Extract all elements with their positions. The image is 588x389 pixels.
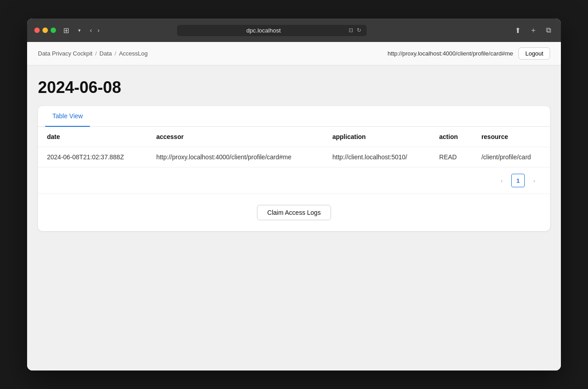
col-date: date <box>38 127 147 147</box>
traffic-lights <box>34 28 56 33</box>
main-card: Table View date accessor application act… <box>38 106 550 231</box>
back-button[interactable]: ‹ <box>88 25 94 36</box>
cell-date: 2024-06-08T21:02:37.888Z <box>38 147 147 167</box>
table-header: date accessor application action resourc… <box>38 127 550 147</box>
cell-action: READ <box>430 147 472 167</box>
top-nav: Data Privacy Cockpit / Data / AccessLog … <box>27 42 561 65</box>
page-1-button[interactable]: 1 <box>511 174 525 187</box>
tabs: Table View <box>38 106 550 127</box>
refresh-icon[interactable]: ↻ <box>357 27 361 33</box>
next-page-button[interactable]: › <box>527 174 541 187</box>
claim-section: Claim Access Logs <box>38 194 550 231</box>
data-table: date accessor application action resourc… <box>38 127 550 167</box>
breadcrumb-sep-2: / <box>115 50 117 57</box>
breadcrumb-item-data[interactable]: Data <box>99 50 112 57</box>
browser-window: ⊞ ▾ ‹ › dpc.localhost ⊡ ↻ ⬆ ＋ ⧉ Data Pri… <box>27 19 561 370</box>
nav-buttons: ‹ › <box>88 25 101 36</box>
sidebar-toggle-button[interactable]: ⊞ <box>61 24 71 37</box>
claim-access-logs-button[interactable]: Claim Access Logs <box>257 205 331 220</box>
col-resource: resource <box>472 127 550 147</box>
top-nav-right: http://proxy.localhost:4000/client/profi… <box>387 47 550 60</box>
pagination: ‹ 1 › <box>38 167 550 194</box>
chevron-down-icon[interactable]: ▾ <box>76 26 83 35</box>
breadcrumb: Data Privacy Cockpit / Data / AccessLog <box>38 50 148 57</box>
tab-content: date accessor application action resourc… <box>38 127 550 194</box>
proxy-url-text: http://proxy.localhost:4000/client/profi… <box>387 50 513 57</box>
table-body: 2024-06-08T21:02:37.888Z http://proxy.lo… <box>38 147 550 167</box>
breadcrumb-item-dpc[interactable]: Data Privacy Cockpit <box>38 50 93 57</box>
close-button[interactable] <box>34 28 40 33</box>
cell-application: http://client.localhost:5010/ <box>323 147 430 167</box>
browser-actions: ⬆ ＋ ⧉ <box>512 24 554 37</box>
fullscreen-button[interactable] <box>51 28 56 33</box>
cell-resource: /client/profile/card <box>472 147 550 167</box>
prev-page-button[interactable]: ‹ <box>495 174 509 187</box>
minimize-button[interactable] <box>42 28 48 33</box>
tabs-overview-icon[interactable]: ⧉ <box>543 24 554 36</box>
browser-chrome: ⊞ ▾ ‹ › dpc.localhost ⊡ ↻ ⬆ ＋ ⧉ <box>27 19 561 42</box>
table-row: 2024-06-08T21:02:37.888Z http://proxy.lo… <box>38 147 550 167</box>
share-icon[interactable]: ⬆ <box>512 24 523 37</box>
col-accessor: accessor <box>147 127 323 147</box>
page-content: Data Privacy Cockpit / Data / AccessLog … <box>27 42 561 370</box>
logout-button[interactable]: Logout <box>518 47 550 60</box>
col-action: action <box>430 127 472 147</box>
cell-accessor: http://proxy.localhost:4000/client/profi… <box>147 147 323 167</box>
address-bar[interactable]: dpc.localhost ⊡ ↻ <box>177 25 367 36</box>
reader-mode-icon: ⊡ <box>349 27 353 33</box>
breadcrumb-item-accesslog[interactable]: AccessLog <box>119 50 148 57</box>
col-application: application <box>323 127 430 147</box>
new-tab-icon[interactable]: ＋ <box>527 24 540 37</box>
forward-button[interactable]: › <box>96 25 102 36</box>
url-text: dpc.localhost <box>182 27 345 34</box>
breadcrumb-sep-1: / <box>95 50 97 57</box>
main-area: 2024-06-08 Table View date accessor <box>27 65 561 370</box>
page-title: 2024-06-08 <box>38 78 550 97</box>
tab-table-view[interactable]: Table View <box>45 106 90 127</box>
